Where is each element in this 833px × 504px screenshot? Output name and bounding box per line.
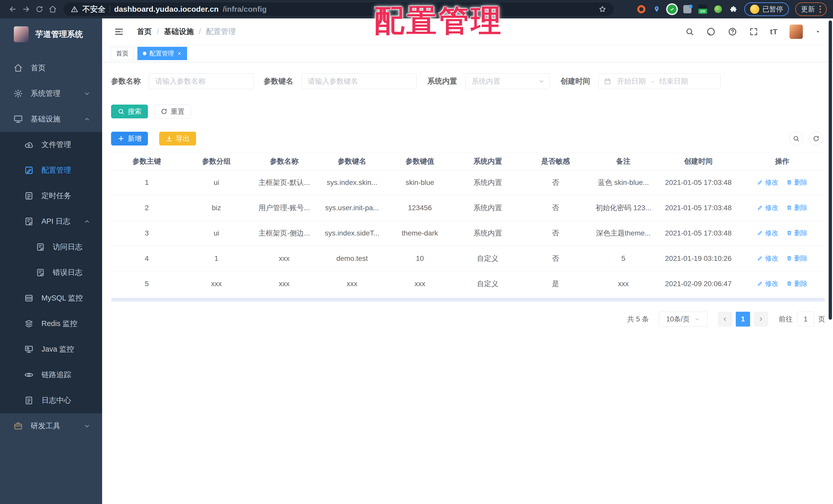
sidebar-item-dev-tools[interactable]: 研发工具 [0,413,102,439]
help-icon[interactable] [728,27,737,36]
edit-row-link[interactable]: 修改 [757,254,779,263]
config-table: 参数主键 参数分组 参数名称 参数键名 参数键值 系统内置 是否敏感 备注 创建… [111,152,825,297]
edit-row-link[interactable]: 修改 [757,203,779,212]
sidebar-item-home[interactable]: 首页 [0,55,102,81]
col-actions: 操作 [739,153,825,170]
sidebar-item-infra[interactable]: 基础设施 [0,106,102,132]
browser-back-icon[interactable] [6,3,20,16]
tag-home[interactable]: 首页 [111,47,134,60]
cell-param-value: 123456 [386,195,454,221]
date-range-picker[interactable]: 开始日期 - 结束日期 [598,73,721,89]
delete-row-link[interactable]: 删除 [786,279,808,288]
browser-menu-icon[interactable] [819,6,821,13]
log-icon [36,268,45,277]
extension-green-icon[interactable] [713,5,723,14]
date-start-placeholder[interactable]: 开始日期 [617,76,646,86]
cell-sensitive: 否 [522,195,589,221]
param-name-input[interactable] [149,73,254,89]
sidebar-item-config-management[interactable]: 配置管理 [0,157,102,183]
caret-down-icon[interactable] [814,28,821,35]
pagination-total: 共 5 条 [627,314,649,324]
sidebar-menu: 首页 系统管理 基础设施 文件管理 配置管理 定时任务 [0,55,102,439]
extension-gray-icon[interactable] [683,5,692,14]
page-unit-label: 页 [818,314,825,324]
extension-cn-icon[interactable]: cn [698,5,707,14]
edit-row-link[interactable]: 修改 [757,229,779,237]
filter-form: 参数名称 参数键名 系统内置 创建时间 开始日期 - 结束日期 [111,73,825,89]
add-button[interactable]: 新增 [111,132,148,146]
sidebar-item-scheduled-tasks[interactable]: 定时任务 [0,183,102,209]
page-size-select[interactable]: 10条/页 [659,312,708,327]
delete-row-link[interactable]: 删除 [786,178,808,187]
extensions-puzzle-icon[interactable] [729,5,738,14]
browser-forward-icon[interactable] [20,3,33,16]
close-icon[interactable] [177,51,182,56]
reset-button[interactable]: 重置 [154,105,191,118]
date-end-placeholder[interactable]: 结束日期 [659,76,688,86]
hamburger-icon[interactable] [114,27,124,37]
sidebar-item-system[interactable]: 系统管理 [0,81,102,106]
delete-row-link[interactable]: 删除 [786,203,808,212]
col-param-id: 参数主键 [111,153,183,170]
chevron-down-icon [694,316,700,323]
plus-icon [117,135,125,142]
sidebar-item-log-center[interactable]: 日志中心 [0,388,102,413]
github-icon[interactable] [706,27,716,36]
trash-icon [786,179,792,185]
fullscreen-icon[interactable] [749,27,758,36]
sidebar-item-access-logs[interactable]: 访问日志 [0,234,102,260]
breadcrumb-home[interactable]: 首页 [137,27,152,37]
sidebar-item-file-management[interactable]: 文件管理 [0,132,102,157]
extension-green-check-icon[interactable] [667,5,676,14]
cell-param-group: 1 [183,246,250,271]
cell-actions: 修改删除 [739,195,825,221]
sidebar-item-java-monitor[interactable]: Java 监控 [0,336,102,362]
font-size-icon[interactable]: tT [770,27,778,36]
address-bar[interactable]: 不安全 dashboard.yudao.iocoder.cn/infra/con… [64,3,614,16]
delete-row-link[interactable]: 删除 [786,254,808,263]
cell-param-value: 10 [386,246,454,271]
monitor-icon [13,114,23,124]
edit-row-link[interactable]: 修改 [757,279,779,288]
bookmark-star-icon[interactable] [598,5,606,13]
browser-home-icon[interactable] [46,3,60,16]
sidebar-logo[interactable]: 芋道管理系统 [0,19,102,50]
prev-page-button[interactable] [718,312,732,327]
delete-row-link[interactable]: 删除 [786,229,808,237]
trash-icon [786,255,792,261]
sidebar-item-error-logs[interactable]: 错误日志 [0,260,102,285]
paused-status-pill[interactable]: 已暂停 [744,2,789,16]
builtin-select[interactable] [465,73,550,89]
page-1-button[interactable]: 1 [736,312,750,327]
cell-param-group: ui [183,221,250,246]
search-icon[interactable] [685,27,694,36]
goto-label: 前往 [779,314,792,324]
builtin-select-input[interactable] [465,73,550,89]
search-button[interactable]: 搜索 [111,105,148,118]
goto-page-input[interactable] [797,312,814,327]
sidebar-item-mysql-monitor[interactable]: MySQL 监控 [0,285,102,311]
table-horizontal-scrollbar[interactable] [111,298,825,301]
sidebar-item-redis-monitor[interactable]: Redis 监控 [0,311,102,336]
extension-orange-icon[interactable] [637,5,646,14]
insecure-warning-icon [71,5,78,13]
next-page-button[interactable] [754,312,768,327]
security-label[interactable]: 不安全 [82,4,105,15]
update-button[interactable]: 更新 [795,2,827,16]
builtin-label: 系统内置 [427,76,457,86]
cell-remark: 5 [589,246,657,271]
extension-pin-icon[interactable] [652,5,661,14]
refresh-table-button[interactable] [809,132,823,146]
scrollbar-thumb[interactable] [829,21,832,320]
toggle-search-button[interactable] [789,132,803,146]
eye-icon [24,370,34,380]
edit-row-link[interactable]: 修改 [757,178,779,187]
tag-config-management[interactable]: 配置管理 [138,47,187,60]
sidebar-item-tracing[interactable]: 链路追踪 [0,362,102,388]
export-button[interactable]: 导出 [159,132,196,146]
sidebar-item-api-logs[interactable]: API 日志 [0,209,102,234]
browser-reload-icon[interactable] [33,3,46,16]
param-key-input[interactable] [302,73,416,89]
breadcrumb-infra[interactable]: 基础设施 [164,27,194,37]
user-avatar[interactable] [789,25,803,39]
